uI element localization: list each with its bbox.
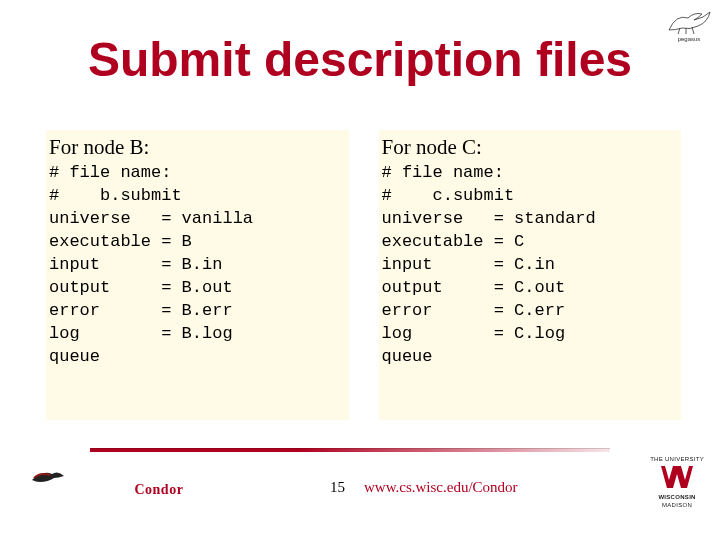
- page-title: Submit description files: [0, 36, 720, 84]
- slide: pegasus Submit description files For nod…: [0, 0, 720, 540]
- column-header: For node B:: [47, 131, 348, 162]
- footer-url: www.cs.wisc.edu/Condor: [364, 479, 518, 496]
- content-columns: For node B: # file name: # b.submit univ…: [46, 130, 681, 420]
- wisc-line-1: THE UNIVERSITY: [650, 456, 704, 462]
- condor-label: Condor: [134, 482, 183, 497]
- column-header: For node C:: [380, 131, 681, 162]
- wisc-line-3: MADISON: [650, 502, 704, 508]
- code-block: # file name: # c.submit universe = stand…: [380, 162, 681, 374]
- column-node-c: For node C: # file name: # c.submit univ…: [379, 130, 682, 420]
- page-number: 15: [330, 479, 345, 496]
- divider: [90, 448, 610, 454]
- code-block: # file name: # b.submit universe = vanil…: [47, 162, 348, 374]
- wisconsin-logo: THE UNIVERSITY WISCONSIN MADISON: [650, 456, 704, 510]
- wisc-line-2: WISCONSIN: [650, 494, 704, 500]
- condor-logo: Condor: [30, 464, 183, 498]
- column-node-b: For node B: # file name: # b.submit univ…: [46, 130, 349, 420]
